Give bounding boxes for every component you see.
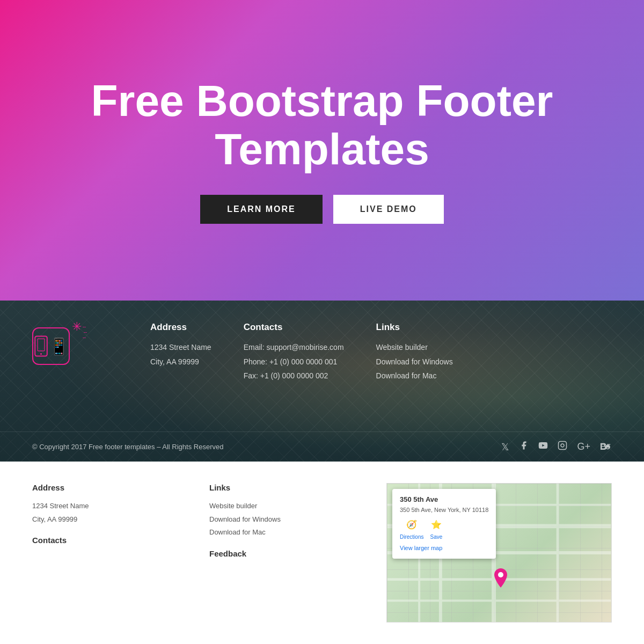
view-larger-map-link[interactable]: View larger map	[400, 544, 488, 553]
google-plus-icon[interactable]: G+	[577, 441, 590, 452]
svg-rect-4	[559, 442, 567, 450]
footer-light-feedback-heading: Feedback	[209, 549, 354, 558]
hero-title: Free Bootstrap Footer Templates	[80, 77, 564, 173]
footer-links-col: Links Website builder Download for Windo…	[376, 322, 453, 383]
footer-contacts-heading: Contacts	[244, 322, 344, 333]
save-button[interactable]: ⭐ Save	[430, 518, 442, 541]
footer-light-address-line2: City, AA 99999	[32, 513, 177, 526]
footer-copyright: © Copyright 2017 Free footer templates –…	[32, 443, 223, 451]
save-icon: ⭐	[431, 518, 442, 532]
twitter-icon[interactable]: 𝕏	[501, 441, 509, 453]
footer-link-download-mac[interactable]: Download for Mac	[376, 369, 453, 383]
svg-point-15	[498, 572, 503, 577]
directions-label: Directions	[400, 533, 423, 541]
sun-icon: ✳	[72, 320, 82, 334]
phone-logo-icon	[32, 327, 70, 365]
footer-dark-section: ✳ ╌ ╌ ╌ Address 1234 Street Name City, A…	[0, 301, 644, 462]
footer-address-col: Address 1234 Street Name City, AA 99999	[150, 322, 211, 383]
footer-light-links-heading: Links	[209, 483, 354, 492]
footer-light-address-heading: Address	[32, 483, 177, 492]
map-popup-title: 350 5th Ave	[400, 494, 488, 506]
footer-light-section: Address 1234 Street Name City, AA 99999 …	[0, 462, 644, 644]
footer-links-heading: Links	[376, 322, 453, 333]
map-placeholder: 350 5th Ave 350 5th Ave, New York, NY 10…	[387, 484, 611, 622]
footer-contacts-col: Contacts Email: support@mobirise.com Pho…	[244, 322, 344, 383]
footer-light-link-website-builder[interactable]: Website builder	[209, 500, 354, 513]
footer-light-address-col: Address 1234 Street Name City, AA 99999 …	[32, 483, 177, 623]
map-popup-subtitle: 350 5th Ave, New York, NY 10118	[400, 506, 488, 515]
footer-dark-bottom: © Copyright 2017 Free footer templates –…	[0, 431, 644, 462]
social-icons-group: 𝕏 G+	[501, 441, 612, 453]
behance-icon[interactable]	[600, 441, 612, 452]
footer-logo: ✳ ╌ ╌ ╌	[32, 322, 118, 383]
footer-phone: Phone: +1 (0) 000 0000 001	[244, 355, 344, 369]
footer-light-link-download-mac[interactable]: Download for Mac	[209, 526, 354, 539]
facebook-icon[interactable]	[519, 441, 529, 453]
footer-link-download-windows[interactable]: Download for Windows	[376, 355, 453, 369]
footer-address-heading: Address	[150, 322, 211, 333]
svg-rect-1	[38, 339, 45, 351]
footer-light-address-line1: 1234 Street Name	[32, 500, 177, 513]
footer-email: Email: support@mobirise.com	[244, 340, 344, 355]
footer-fax: Fax: +1 (0) 000 0000 002	[244, 369, 344, 383]
directions-button[interactable]: 🧭 Directions	[400, 518, 423, 541]
footer-light-links-col: Links Website builder Download for Windo…	[209, 483, 354, 623]
map-popup: 350 5th Ave 350 5th Ave, New York, NY 10…	[392, 489, 496, 559]
youtube-icon[interactable]	[538, 441, 548, 453]
footer-light-link-download-windows[interactable]: Download for Windows	[209, 513, 354, 526]
footer-address-line2: City, AA 99999	[150, 355, 211, 369]
map-marker	[494, 568, 507, 590]
save-label: Save	[430, 533, 442, 541]
instagram-icon[interactable]	[558, 441, 567, 453]
sun-ray3: ╌	[83, 335, 86, 341]
map-actions: 🧭 Directions ⭐ Save	[400, 518, 488, 541]
footer-address-line1: 1234 Street Name	[150, 340, 211, 355]
hero-buttons: LEARN MORE LIVE DEMO	[200, 195, 444, 224]
footer-dark-top: ✳ ╌ ╌ ╌ Address 1234 Street Name City, A…	[0, 301, 644, 394]
footer-light-contacts-heading: Contacts	[32, 536, 177, 545]
live-demo-button[interactable]: LIVE DEMO	[333, 195, 444, 224]
footer-link-website-builder[interactable]: Website builder	[376, 340, 453, 355]
hero-section: Free Bootstrap Footer Templates LEARN MO…	[0, 0, 644, 301]
learn-more-button[interactable]: LEARN MORE	[200, 195, 323, 224]
svg-point-2	[40, 353, 42, 355]
directions-icon: 🧭	[406, 518, 417, 532]
map-area[interactable]: 350 5th Ave 350 5th Ave, New York, NY 10…	[386, 483, 612, 623]
